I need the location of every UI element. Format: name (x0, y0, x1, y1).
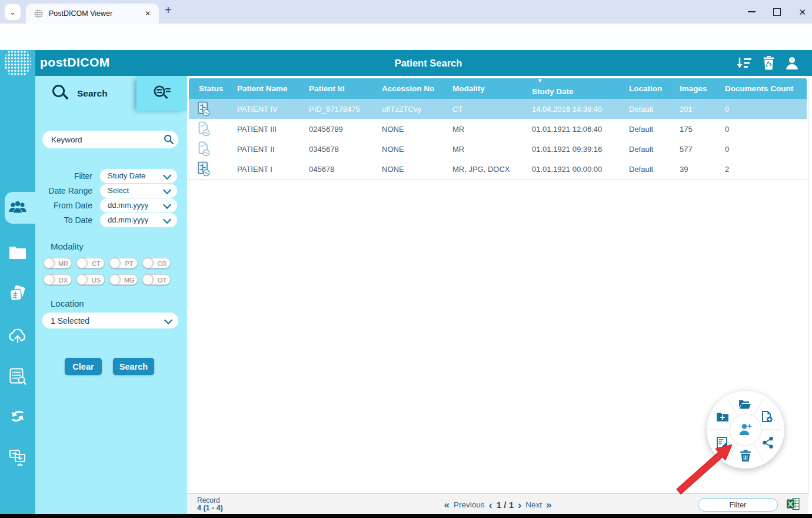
sync-arrows-icon (9, 407, 26, 425)
pagination: « Previous ‹ 1 / 1 › Next » (444, 494, 551, 515)
col-modality[interactable]: Modality (442, 84, 522, 93)
recycle-bin-icon[interactable] (762, 56, 776, 70)
col-patient-name[interactable]: Patient Name (227, 84, 299, 93)
record-label: Record (197, 496, 220, 504)
patients-group-icon (8, 199, 28, 217)
col-location[interactable]: Location (619, 84, 670, 93)
location-select[interactable]: 1 Selected (42, 313, 178, 328)
browser-toolbar: ← → ↻ germany.postdicom.com/Viewer/Main … (0, 24, 812, 50)
sidebar-item-folders[interactable] (0, 236, 35, 269)
table-row[interactable]: PATIENT II 0345678 NONE MR 01.01.1921 09… (189, 139, 807, 160)
chevron-down-icon (163, 215, 171, 224)
page-indicator: 1 / 1 (497, 500, 514, 510)
modality-toggle-pt[interactable]: PT (109, 258, 138, 268)
sidebar-item-cloud-upload[interactable] (0, 318, 35, 351)
sidebar-item-sync[interactable] (0, 400, 35, 433)
document-checked-status-icon (197, 121, 211, 137)
chevron-down-icon (163, 186, 171, 194)
window-bottom-edge (0, 514, 812, 518)
sort-descending-icon: ▼ (537, 78, 543, 84)
tab-search-chevron-icon[interactable]: ⌄ (5, 4, 21, 20)
excel-export-icon[interactable] (786, 497, 800, 511)
modality-toggle-cr[interactable]: CR (142, 258, 171, 268)
share-action-icon[interactable] (763, 437, 773, 449)
keyword-input[interactable] (42, 131, 178, 148)
postdicom-favicon-icon (34, 9, 43, 18)
xray-films-icon (8, 284, 27, 303)
modality-toggle-ct[interactable]: CT (76, 258, 105, 268)
date-range-label: Date Range (48, 186, 92, 195)
toggle-knob (109, 274, 120, 285)
folder-icon (9, 245, 26, 260)
sidebar-item-images[interactable] (0, 277, 35, 310)
sidebar-item-worklist[interactable] (0, 360, 35, 393)
toggle-knob (142, 274, 153, 285)
search-tab-label: Search (77, 88, 108, 99)
table-header: Status Patient Name Patient Id Accession… (189, 78, 807, 99)
chevron-down-icon (164, 316, 172, 324)
window-close-icon[interactable]: ✕ (798, 8, 806, 16)
to-date-select[interactable]: dd.mm.yyyy (100, 213, 177, 227)
sidebar-item-remote-transfer[interactable] (0, 441, 35, 474)
last-page-icon[interactable]: » (546, 500, 551, 510)
browser-tab[interactable]: PostDICOM Viewer ✕ (26, 4, 159, 24)
edit-report-action-icon[interactable] (717, 437, 728, 449)
previous-page-button[interactable]: Previous (454, 500, 485, 509)
modality-toggle-us[interactable]: US (76, 274, 105, 285)
table-row[interactable]: PATIENT IV PID_97178475 uffTzZTCvy CT 14… (189, 99, 807, 119)
toggle-knob (142, 258, 153, 268)
advanced-search-icon (152, 84, 172, 103)
search-button[interactable]: Search (113, 358, 154, 375)
col-study-date[interactable]: ▼ Study Date (522, 81, 619, 96)
col-images[interactable]: Images (670, 84, 715, 93)
tab-search[interactable]: Search (35, 76, 137, 111)
window-minimize-icon[interactable] (748, 11, 756, 12)
new-tab-button[interactable]: + (165, 4, 172, 17)
toggle-knob (76, 258, 87, 268)
toggle-knob (109, 258, 120, 268)
modality-toggle-dx[interactable]: DX (44, 274, 72, 285)
tab-title: PostDICOM Viewer (49, 9, 142, 18)
modality-toggle-mg[interactable]: MG (109, 274, 138, 285)
remote-transfer-icon (8, 448, 27, 467)
sidebar-item-patients[interactable] (0, 191, 35, 224)
cloud-upload-icon (8, 327, 28, 343)
filter-select[interactable]: Study Date (100, 169, 177, 183)
from-date-label: From Date (54, 201, 92, 210)
open-folder-action-icon[interactable] (739, 400, 751, 409)
filter-button[interactable]: Filter (698, 498, 778, 512)
date-range-select[interactable]: Select (100, 184, 177, 198)
postdicom-viewer-window: ⌄ PostDICOM Viewer ✕ + ✕ ← → ↻ germany.p… (0, 0, 812, 518)
from-date-select[interactable]: dd.mm.yyyy (100, 198, 177, 212)
first-page-icon[interactable]: « (444, 500, 449, 510)
col-patient-id[interactable]: Patient Id (299, 84, 372, 93)
report-checked-status-icon (197, 101, 211, 117)
window-maximize-icon[interactable] (773, 8, 781, 16)
sort-list-icon[interactable] (737, 56, 752, 70)
prev-page-icon[interactable]: ‹ (488, 499, 492, 510)
col-status[interactable]: Status (189, 84, 227, 93)
table-row[interactable]: PATIENT I 045678 NONE MR, JPG, DOCX 01.0… (189, 159, 807, 180)
col-accession-no[interactable]: Accession No (372, 84, 442, 93)
tab-advanced-search[interactable] (137, 76, 187, 111)
next-page-icon[interactable]: › (518, 499, 521, 510)
clear-button[interactable]: Clear (65, 358, 102, 375)
col-documents-count[interactable]: Documents Count (715, 84, 807, 93)
chevron-down-icon (163, 171, 171, 180)
table-row[interactable]: PATIENT III 02456789 NONE MR 01.01.1921 … (189, 119, 807, 140)
add-document-action-icon[interactable] (763, 411, 773, 422)
record-range: 4 (1 - 4) (197, 504, 223, 512)
user-icon[interactable] (785, 56, 799, 70)
worklist-search-icon (9, 367, 26, 385)
app-header: postDICOM Patient Search (0, 50, 812, 76)
add-folder-action-icon[interactable] (717, 413, 728, 422)
delete-action-icon[interactable] (740, 450, 751, 462)
table-footer: Record 4 (1 - 4) « Previous ‹ 1 / 1 › Ne… (187, 493, 808, 514)
brain-logo-icon (4, 47, 31, 78)
modality-toggle-mr[interactable]: MR (44, 258, 72, 268)
tab-close-icon[interactable]: ✕ (142, 8, 153, 19)
toggle-knob (44, 274, 54, 285)
toggle-knob (76, 274, 87, 285)
next-page-button[interactable]: Next (525, 500, 542, 509)
modality-toggle-ot[interactable]: OT (142, 274, 171, 285)
